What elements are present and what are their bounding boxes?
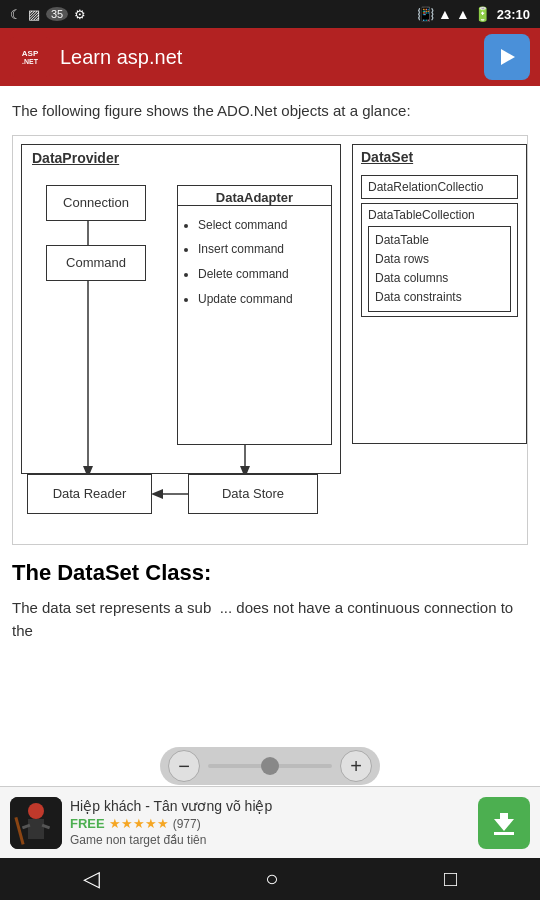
command-label: Command xyxy=(66,255,126,270)
intro-text: The following figure shows the ADO.Net o… xyxy=(12,100,528,123)
top-bar-left: ASP .NET Learn asp.net xyxy=(10,37,182,77)
datareader-box: Data Reader xyxy=(27,474,152,514)
datatable-collection-box: DataTableCollection DataTable Data rows … xyxy=(361,203,518,318)
connection-box: Connection xyxy=(46,185,146,221)
adapter-items-list: Select command Insert command Delete com… xyxy=(178,206,331,321)
ad-free-label: FREE xyxy=(70,816,105,831)
datareader-label: Data Reader xyxy=(53,486,127,501)
recent-button[interactable]: □ xyxy=(444,866,457,892)
ad-reviews: (977) xyxy=(173,817,201,831)
ad-free-stars: FREE ★★★★★ (977) xyxy=(70,816,470,831)
command-box: Command xyxy=(46,245,146,281)
battery-icon: 🔋 xyxy=(474,6,491,22)
plus-icon: + xyxy=(350,755,362,778)
body-text: The data set represents a subb... does n… xyxy=(12,597,528,642)
main-content: The following figure shows the ADO.Net o… xyxy=(0,86,540,642)
app-title: Learn asp.net xyxy=(60,46,182,69)
zoom-thumb xyxy=(261,757,279,775)
ad-title: Hiệp khách - Tân vương võ hiệp xyxy=(70,798,470,814)
zoom-in-button[interactable]: + xyxy=(340,750,372,782)
adapter-item-insert: Insert command xyxy=(198,238,323,261)
dataprovider-label: DataProvider xyxy=(32,150,119,166)
ad-download-button[interactable] xyxy=(478,797,530,849)
ad-banner[interactable]: Hiệp khách - Tân vương võ hiệp FREE ★★★★… xyxy=(0,786,540,858)
dt-item-rows: Data rows xyxy=(375,250,504,269)
svg-point-12 xyxy=(28,803,44,819)
play-button[interactable] xyxy=(484,34,530,80)
datastore-label: Data Store xyxy=(222,486,284,501)
photo-icon: ▨ xyxy=(28,7,40,22)
play-icon xyxy=(495,45,519,69)
ad-app-icon xyxy=(10,797,62,849)
ad-stars: ★★★★★ xyxy=(109,816,169,831)
status-bar: ☾ ▨ 35 ⚙ 📳 ▲ ▲ 🔋 23:10 xyxy=(0,0,540,28)
top-bar: ASP .NET Learn asp.net xyxy=(0,28,540,86)
ad-icon-svg xyxy=(10,797,62,849)
dataadapter-label: DataAdapter xyxy=(178,186,331,206)
adapter-item-delete: Delete command xyxy=(198,263,323,286)
vibrate-icon: 📳 xyxy=(417,6,434,22)
recent-icon: □ xyxy=(444,866,457,892)
wifi-icon: ☾ xyxy=(10,7,22,22)
download-icon xyxy=(490,809,518,837)
adapter-item-update: Update command xyxy=(198,288,323,311)
dataprovider-box: DataProvider Connection Command DataAdap… xyxy=(21,144,341,474)
section-heading: The DataSet Class: xyxy=(12,559,528,588)
datastore-box: Data Store xyxy=(188,474,318,514)
ad-text-area: Hiệp khách - Tân vương võ hiệp FREE ★★★★… xyxy=(70,798,470,847)
app-icon: ASP .NET xyxy=(10,37,50,77)
status-right-icons: 📳 ▲ ▲ 🔋 23:10 xyxy=(417,6,530,22)
back-icon: ◁ xyxy=(83,866,100,892)
time-display: 23:10 xyxy=(497,7,530,22)
datatable-collection-label: DataTableCollection xyxy=(368,208,511,222)
svg-rect-18 xyxy=(494,832,514,835)
svg-marker-0 xyxy=(501,49,515,65)
dt-item-constraints: Data constraints xyxy=(375,288,504,307)
svg-marker-17 xyxy=(494,813,514,831)
minus-icon: − xyxy=(178,755,190,778)
dt-item-table: DataTable xyxy=(375,231,504,250)
signal-icon: ▲ xyxy=(456,6,470,22)
nav-bar: ◁ ○ □ xyxy=(0,858,540,900)
android-icon: ⚙ xyxy=(74,7,86,22)
dt-item-columns: Data columns xyxy=(375,269,504,288)
adapter-item-select: Select command xyxy=(198,214,323,237)
svg-marker-8 xyxy=(151,489,163,499)
wifi-signal-icon: ▲ xyxy=(438,6,452,22)
ado-diagram: DataProvider Connection Command DataAdap… xyxy=(12,135,528,545)
datatable-inner: DataTable Data rows Data columns Data co… xyxy=(368,226,511,313)
home-button[interactable]: ○ xyxy=(265,866,278,892)
dataset-box: DataSet DataRelationCollectio DataTableC… xyxy=(352,144,527,444)
datarelation-box: DataRelationCollectio xyxy=(361,175,518,199)
dataadapter-box: DataAdapter Select command Insert comman… xyxy=(177,185,332,445)
dataset-label: DataSet xyxy=(353,145,526,169)
zoom-track xyxy=(208,764,332,768)
back-button[interactable]: ◁ xyxy=(83,866,100,892)
diagram-inner: DataProvider Connection Command DataAdap… xyxy=(13,136,527,544)
status-left-icons: ☾ ▨ 35 ⚙ xyxy=(10,7,86,22)
svg-rect-13 xyxy=(28,819,44,839)
home-icon: ○ xyxy=(265,866,278,892)
zoom-out-button[interactable]: − xyxy=(168,750,200,782)
zoom-bar[interactable]: − + xyxy=(160,747,380,785)
badge-icon: 35 xyxy=(46,7,68,21)
ad-subtitle: Game non target đầu tiên xyxy=(70,833,470,847)
